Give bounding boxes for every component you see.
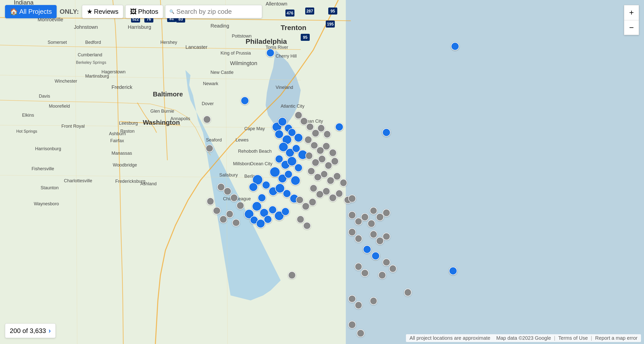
svg-text:Baltimore: Baltimore (153, 90, 183, 98)
svg-text:Front Royal: Front Royal (61, 124, 85, 129)
svg-text:Annapolis: Annapolis (170, 116, 190, 121)
svg-text:Dover: Dover (202, 101, 214, 106)
svg-text:Vineland: Vineland (276, 85, 293, 90)
svg-text:Reston: Reston (120, 129, 135, 134)
map-container: Philadelphia Baltimore Washington Trento… (0, 0, 644, 344)
svg-text:Woodbridge: Woodbridge (113, 162, 137, 167)
svg-rect-1 (346, 0, 644, 344)
svg-text:Martinsburg: Martinsburg (85, 74, 109, 79)
zoom-out-button[interactable]: − (624, 20, 639, 35)
svg-text:Moorefield: Moorefield (49, 104, 70, 109)
zoom-in-button[interactable]: + (624, 5, 639, 20)
map-data-label: Map data ©2023 Google (495, 335, 553, 341)
svg-text:Rehoboth Beach: Rehoboth Beach (238, 149, 272, 154)
all-projects-label: All Projects (19, 8, 52, 16)
svg-text:Ocean City: Ocean City (250, 161, 272, 166)
svg-text:Berlin: Berlin (244, 174, 256, 179)
svg-text:Reading: Reading (210, 23, 229, 29)
svg-text:95: 95 (303, 35, 307, 40)
all-projects-button[interactable]: 🏠 All Projects (5, 5, 57, 18)
svg-text:Somerset: Somerset (48, 40, 67, 45)
svg-text:95: 95 (331, 9, 335, 13)
only-label: ONLY: (59, 8, 80, 16)
chevron-right-icon[interactable]: › (49, 327, 51, 335)
counter-text: 200 of 3,633 (10, 327, 46, 335)
svg-text:Pottstown: Pottstown (232, 34, 252, 39)
terms-link[interactable]: Terms of Use (557, 335, 589, 341)
svg-text:Cape May: Cape May (244, 126, 265, 131)
svg-text:Wilmington: Wilmington (230, 60, 257, 66)
svg-text:Fairfax: Fairfax (110, 138, 124, 143)
svg-text:Charlottesville: Charlottesville (64, 178, 92, 183)
search-icon: 🔍 (169, 9, 174, 14)
svg-text:195: 195 (327, 22, 334, 26)
svg-text:Ashland: Ashland (140, 181, 157, 186)
svg-text:Berkeley Springs: Berkeley Springs (76, 60, 106, 65)
map-data-text: All project locations are approximate (408, 335, 492, 341)
svg-text:Glen Burnie: Glen Burnie (150, 109, 174, 114)
svg-text:Allentown: Allentown (266, 1, 287, 7)
search-wrapper: 🔍 (165, 5, 262, 18)
svg-text:Trenton: Trenton (281, 24, 306, 32)
svg-text:476: 476 (287, 11, 293, 15)
svg-text:Elkins: Elkins (22, 113, 34, 118)
svg-text:Harrisburg: Harrisburg (128, 24, 151, 30)
svg-text:Davis: Davis (39, 94, 50, 99)
photo-icon: 🖼 (130, 8, 137, 16)
svg-text:Johnstown: Johnstown (74, 24, 98, 30)
map-background: Philadelphia Baltimore Washington Trento… (0, 0, 644, 344)
star-icon: ★ (87, 8, 92, 16)
svg-text:Lewes: Lewes (236, 137, 249, 142)
svg-text:Hershey: Hershey (160, 40, 177, 45)
svg-text:Lancaster: Lancaster (185, 44, 207, 50)
svg-text:Cherry Hill: Cherry Hill (276, 54, 297, 59)
svg-text:Manassas: Manassas (112, 151, 132, 156)
svg-text:Staunton: Staunton (41, 185, 59, 190)
svg-text:Frederick: Frederick (112, 84, 133, 90)
svg-text:Chincoteague: Chincoteague (223, 196, 251, 201)
svg-text:New Castle: New Castle (210, 70, 234, 75)
svg-text:Winchester: Winchester (55, 79, 77, 84)
svg-text:Harrisonburg: Harrisonburg (35, 146, 61, 151)
svg-text:Cumberland: Cumberland (78, 52, 102, 57)
photos-label: Photos (138, 8, 158, 16)
svg-text:Fishersville: Fishersville (32, 166, 54, 171)
svg-text:Salisbury: Salisbury (219, 173, 238, 178)
reviews-button[interactable]: ★ Reviews (82, 5, 123, 18)
svg-text:Toms River: Toms River (266, 45, 288, 50)
home-icon: 🏠 (10, 8, 18, 16)
svg-text:Millsboro: Millsboro (233, 161, 251, 166)
zoom-controls: + − (624, 5, 639, 35)
svg-text:Atlantic City: Atlantic City (281, 104, 304, 109)
svg-text:Ocean City: Ocean City (301, 119, 323, 124)
map-attribution: All project locations are approximate Ma… (406, 334, 641, 342)
photos-button[interactable]: 🖼 Photos (125, 5, 163, 18)
toolbar: 🏠 All Projects ONLY: ★ Reviews 🖼 Photos … (5, 5, 262, 18)
svg-text:Philadelphia: Philadelphia (246, 38, 287, 45)
svg-text:Seaford: Seaford (206, 137, 222, 142)
report-link[interactable]: Report a map error (594, 335, 639, 341)
search-input[interactable] (176, 8, 258, 16)
svg-text:Newark: Newark (203, 81, 219, 86)
project-counter: 200 of 3,633 › (5, 323, 56, 338)
svg-text:Bedford: Bedford (85, 40, 101, 45)
svg-text:Leesburg: Leesburg (119, 121, 138, 126)
svg-text:King of Prussia: King of Prussia (221, 51, 251, 56)
svg-text:Hot Springs: Hot Springs (16, 129, 37, 133)
reviews-label: Reviews (94, 8, 119, 16)
svg-text:Waynesboro: Waynesboro (34, 201, 59, 206)
svg-text:287: 287 (306, 9, 313, 13)
